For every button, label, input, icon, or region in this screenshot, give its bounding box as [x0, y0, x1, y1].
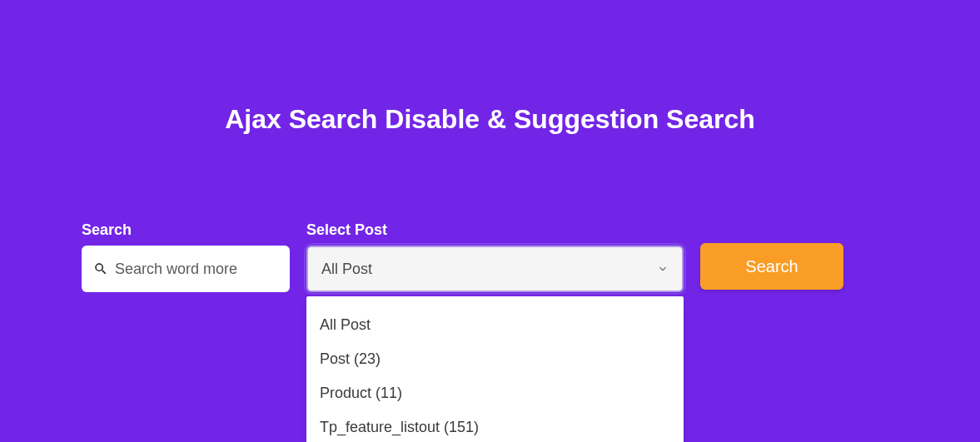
search-box[interactable]	[82, 246, 290, 292]
search-icon	[93, 261, 108, 276]
select-option[interactable]: Tp_feature_listout (151)	[306, 410, 684, 442]
search-input[interactable]	[115, 246, 308, 292]
page-title: Ajax Search Disable & Suggestion Search	[82, 104, 898, 135]
select-option[interactable]: Product (11)	[306, 376, 684, 410]
select-option[interactable]: Post (23)	[306, 342, 684, 376]
search-button[interactable]: Search	[700, 243, 843, 290]
select-option[interactable]: All Post	[306, 308, 684, 342]
search-form-row: Search Select Post All Post All Post Pos…	[82, 221, 898, 292]
select-column: Select Post All Post All Post Post (23) …	[306, 221, 684, 292]
select-label: Select Post	[306, 221, 684, 239]
search-label: Search	[82, 221, 290, 239]
select-value: All Post	[321, 261, 372, 278]
post-type-select[interactable]: All Post	[306, 246, 684, 292]
search-column: Search	[82, 221, 290, 292]
button-column: Search	[700, 221, 843, 290]
select-dropdown: All Post Post (23) Product (11) Tp_featu…	[306, 296, 684, 442]
chevron-down-icon	[657, 263, 669, 275]
